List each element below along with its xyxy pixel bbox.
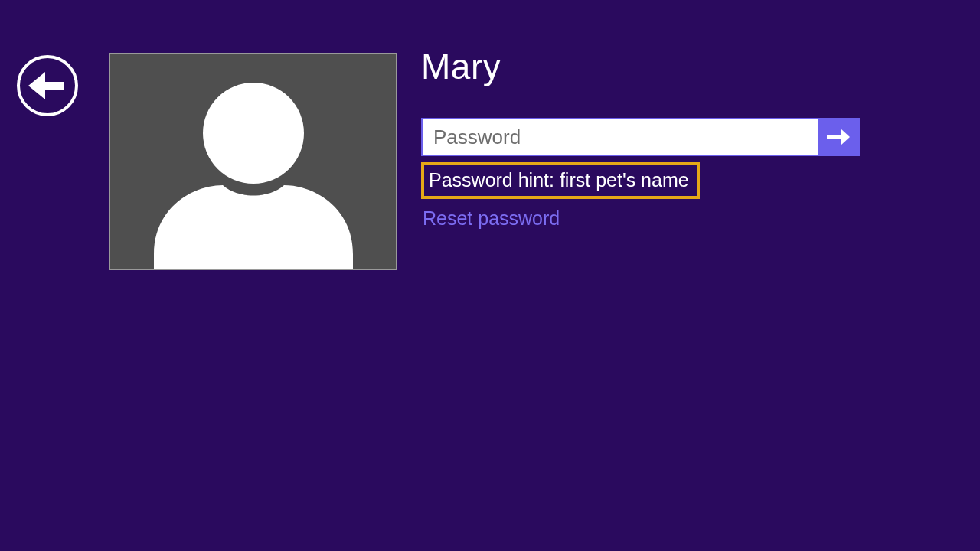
user-avatar xyxy=(109,53,397,270)
password-row xyxy=(421,118,860,156)
reset-password-link[interactable]: Reset password xyxy=(423,207,865,230)
login-screen: Mary Password hint: first pet's name Res… xyxy=(0,0,980,551)
login-form: Mary Password hint: first pet's name Res… xyxy=(421,46,865,230)
back-arrow-icon xyxy=(28,72,67,99)
svg-marker-1 xyxy=(28,72,45,99)
username-label: Mary xyxy=(421,46,865,87)
arrow-right-icon xyxy=(827,129,850,145)
svg-marker-3 xyxy=(841,129,850,145)
password-hint: Password hint: first pet's name xyxy=(421,162,700,199)
back-button[interactable] xyxy=(17,55,78,116)
password-input[interactable] xyxy=(423,119,818,155)
user-silhouette-icon xyxy=(110,54,396,269)
submit-button[interactable] xyxy=(818,119,858,155)
